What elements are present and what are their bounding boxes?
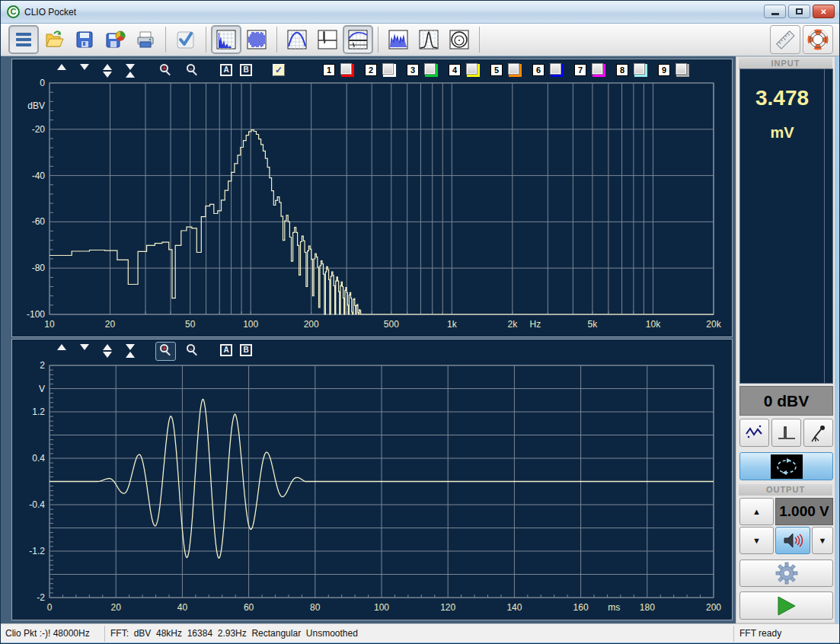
down-arrow-icon: ▼ bbox=[819, 536, 827, 545]
svg-text:140: 140 bbox=[506, 602, 522, 613]
svg-text:500: 500 bbox=[384, 319, 399, 330]
window-right-border bbox=[835, 56, 840, 623]
frequency-response-icon bbox=[286, 29, 308, 50]
microphone-icon bbox=[808, 423, 829, 443]
svg-text:2k: 2k bbox=[507, 319, 518, 330]
maximize-button[interactable] bbox=[788, 5, 810, 18]
settings-button[interactable] bbox=[739, 560, 833, 587]
svg-text:1.2: 1.2 bbox=[32, 406, 45, 417]
svg-text:-60: -60 bbox=[32, 216, 46, 227]
time-plot[interactable]: 2V1.20.4-0.4-1.2-2020406080100120140160m… bbox=[12, 340, 732, 620]
fft-plot[interactable]: 0dBV-20-40-60-80-1001020501002005001k2kH… bbox=[12, 59, 732, 336]
menu-icon bbox=[13, 29, 34, 50]
time-data-icon bbox=[246, 29, 267, 50]
minimize-icon bbox=[771, 13, 779, 15]
output-mute-button[interactable] bbox=[775, 527, 810, 554]
print-button[interactable] bbox=[130, 25, 161, 54]
speaker-icon bbox=[781, 530, 804, 551]
save-as-button[interactable] bbox=[100, 25, 130, 54]
titlebar[interactable]: C CLIO Pocket ✕ bbox=[1, 1, 840, 24]
input-value: 3.478 bbox=[740, 86, 824, 110]
svg-text:180: 180 bbox=[640, 602, 655, 613]
gear-icon bbox=[775, 561, 799, 585]
loop-button[interactable] bbox=[739, 452, 833, 480]
loop-icon bbox=[771, 454, 803, 479]
play-icon bbox=[777, 595, 797, 617]
impulse-icon bbox=[776, 423, 797, 443]
svg-text:-20: -20 bbox=[32, 124, 46, 135]
svg-text:-1.2: -1.2 bbox=[29, 546, 45, 556]
impulse-response-button[interactable] bbox=[312, 25, 343, 54]
filter-curve-icon bbox=[418, 29, 439, 50]
lifering-icon bbox=[806, 28, 829, 51]
svg-text:20: 20 bbox=[111, 602, 122, 613]
input-unit: mV bbox=[740, 124, 824, 142]
close-button[interactable]: ✕ bbox=[813, 5, 835, 18]
check-icon bbox=[175, 29, 196, 50]
input-fullscale-button[interactable]: 0 dBV bbox=[739, 386, 833, 416]
waterfall-icon bbox=[388, 29, 409, 50]
close-icon: ✕ bbox=[820, 8, 826, 16]
dual-display-button[interactable] bbox=[343, 25, 373, 54]
save-floppy-icon bbox=[74, 29, 95, 50]
svg-text:Hz: Hz bbox=[530, 319, 541, 330]
input-monitor-button[interactable] bbox=[739, 419, 769, 447]
frequency-response-button[interactable] bbox=[282, 25, 312, 54]
svg-text:ms: ms bbox=[608, 602, 620, 613]
main-toolbar bbox=[1, 24, 840, 56]
window-title: CLIO Pocket bbox=[24, 7, 76, 18]
time-chart-panel: + - A B 2V1.20.4-0.4-1.2-202040608010012… bbox=[11, 339, 733, 620]
help-button[interactable] bbox=[803, 25, 833, 54]
svg-text:-2: -2 bbox=[37, 592, 45, 603]
time-data-button[interactable] bbox=[241, 25, 272, 54]
svg-text:-80: -80 bbox=[32, 263, 46, 273]
save-button[interactable] bbox=[69, 25, 100, 54]
toolbar-separator bbox=[276, 27, 277, 53]
status-bar: Clio Pkt :-)! 48000Hz FFT: dBV 48kHz 163… bbox=[1, 623, 840, 642]
svg-text:200: 200 bbox=[304, 319, 319, 330]
filter-curve-button[interactable] bbox=[414, 25, 444, 54]
fft-spectrum-button[interactable] bbox=[211, 25, 241, 54]
status-state: FFT ready bbox=[739, 624, 837, 643]
input-impulse-button[interactable] bbox=[771, 419, 801, 447]
calibrate-button[interactable] bbox=[770, 25, 800, 54]
svg-text:80: 80 bbox=[310, 602, 321, 613]
toolbar-separator bbox=[378, 27, 378, 53]
polar-icon bbox=[449, 29, 470, 50]
output-fine-down-button[interactable]: ▼ bbox=[812, 527, 833, 554]
status-divider bbox=[104, 626, 105, 642]
output-value-display: 1.000 V bbox=[775, 498, 833, 525]
toolbar-separator bbox=[165, 27, 166, 53]
menu-button[interactable] bbox=[8, 25, 39, 54]
apply-check-button[interactable] bbox=[171, 25, 201, 54]
svg-text:100: 100 bbox=[374, 602, 389, 613]
output-up-button[interactable]: ▲ bbox=[739, 498, 774, 525]
svg-text:-0.4: -0.4 bbox=[29, 499, 45, 510]
status-divider bbox=[733, 626, 734, 642]
printer-icon bbox=[135, 29, 156, 50]
svg-text:2: 2 bbox=[40, 360, 45, 371]
svg-text:50: 50 bbox=[185, 319, 196, 330]
status-measurement: FFT: dBV 48kHz 16384 2.93Hz Rectangular … bbox=[110, 624, 729, 643]
up-arrow-icon: ▲ bbox=[752, 507, 761, 516]
input-mic-button[interactable] bbox=[803, 419, 833, 447]
svg-text:100: 100 bbox=[243, 319, 258, 330]
fft-spectrum-icon bbox=[216, 29, 237, 50]
minimize-button[interactable] bbox=[764, 5, 786, 18]
svg-text:200: 200 bbox=[706, 602, 721, 613]
input-meter-track bbox=[824, 69, 825, 383]
toolbar-separator bbox=[206, 27, 206, 53]
polar-button[interactable] bbox=[444, 25, 474, 54]
output-header: OUTPUT bbox=[739, 484, 832, 496]
svg-text:0: 0 bbox=[40, 78, 45, 88]
output-down-button[interactable]: ▼ bbox=[739, 527, 774, 554]
app-window: C CLIO Pocket ✕ bbox=[0, 0, 840, 644]
waterfall-button[interactable] bbox=[383, 25, 414, 54]
restore-icon bbox=[796, 8, 803, 14]
signal-wave-icon bbox=[744, 423, 765, 443]
open-file-button[interactable] bbox=[39, 25, 69, 54]
input-header: INPUT bbox=[739, 58, 832, 69]
fft-chart-panel: + - A B ✓ 123456789 0dBV-20-40-60-80-100… bbox=[11, 59, 733, 337]
svg-text:20: 20 bbox=[105, 319, 116, 330]
start-button[interactable] bbox=[739, 591, 833, 620]
